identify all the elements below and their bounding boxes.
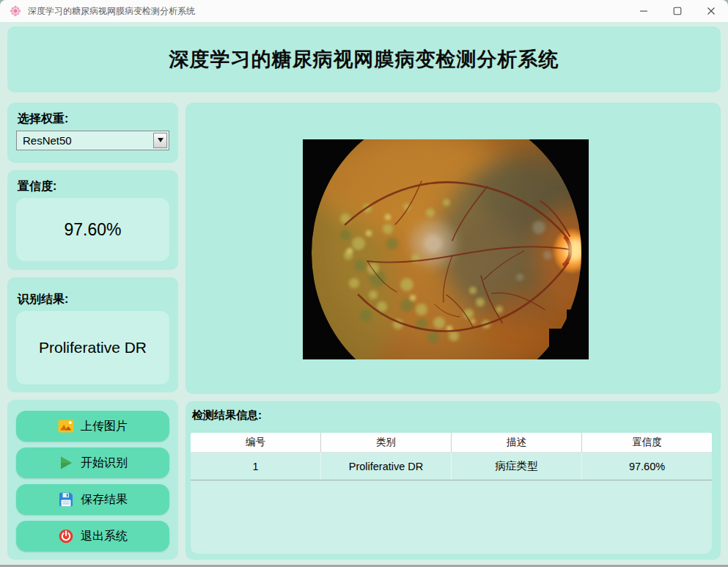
minimize-button[interactable] [627,0,661,22]
result-panel: 识别结果: Proliferative DR [7,277,178,392]
cell-description: 病症类型 [452,453,582,480]
result-value: Proliferative DR [16,311,169,384]
upload-image-button[interactable]: 上传图片 [16,411,169,442]
chevron-down-icon [158,138,163,145]
column-header-confidence: 置信度 [582,433,712,452]
window-controls [627,0,728,22]
column-header-id: 编号 [191,433,321,452]
column-header-description: 描述 [452,433,582,452]
cell-id: 1 [191,453,321,480]
save-results-label: 保存结果 [81,492,128,508]
detection-results-panel: 检测结果信息: 编号 类别 描述 置信度 1 Proliferative DR … [185,401,721,560]
header-banner: 深度学习的糖尿病视网膜病变检测分析系统 [7,26,721,92]
exit-system-label: 退出系统 [81,529,128,544]
image-display-panel [185,103,721,394]
save-results-icon [58,492,74,507]
save-results-button[interactable]: 保存结果 [16,484,169,515]
confidence-label: 置信度: [18,179,56,194]
exit-system-button[interactable]: 退出系统 [16,521,169,552]
cell-category: Proliferative DR [321,453,452,480]
weight-label: 选择权重: [18,111,68,127]
titlebar: 深度学习的糖尿病视网膜病变检测分析系统 [0,0,728,22]
upload-image-icon [58,419,74,434]
flower-icon [10,5,21,17]
confidence-panel: 置信度: 97.60% [7,170,178,270]
weight-select-dropdown-button[interactable] [153,133,167,148]
app-window: 深度学习的糖尿病视网膜病变检测分析系统 深度学习的糖尿病视网膜病变检测分析系统 [0,0,728,567]
exit-system-icon [58,529,74,544]
actions-panel: 上传图片 开始识别 保存结果 [7,400,178,560]
table-row[interactable]: 1 Proliferative DR 病症类型 97.60% [191,453,712,480]
maximize-icon [673,7,682,15]
close-icon [707,7,716,15]
minimize-icon [639,7,648,15]
retinal-fundus-image [303,139,589,359]
start-recognition-button[interactable]: 开始识别 [16,447,169,478]
column-header-category: 类别 [321,433,452,452]
start-recognition-label: 开始识别 [81,456,128,471]
page-title: 深度学习的糖尿病视网膜病变检测分析系统 [169,46,559,73]
result-label: 识别结果: [18,292,68,307]
confidence-value: 97.60% [16,198,169,261]
window-title: 深度学习的糖尿病视网膜病变检测分析系统 [28,5,195,18]
weight-select-value: ResNet50 [23,134,72,147]
cell-confidence: 97.60% [582,453,712,480]
results-table: 编号 类别 描述 置信度 1 Proliferative DR 病症类型 97.… [191,433,712,554]
upload-image-label: 上传图片 [81,419,128,434]
start-recognition-icon [58,456,74,470]
weight-select[interactable]: ResNet50 [16,131,169,150]
detection-results-title: 检测结果信息: [192,409,262,422]
maximize-button[interactable] [661,0,694,22]
close-button[interactable] [694,0,728,22]
weight-panel: 选择权重: ResNet50 [7,103,178,163]
results-table-header: 编号 类别 描述 置信度 [191,433,712,453]
